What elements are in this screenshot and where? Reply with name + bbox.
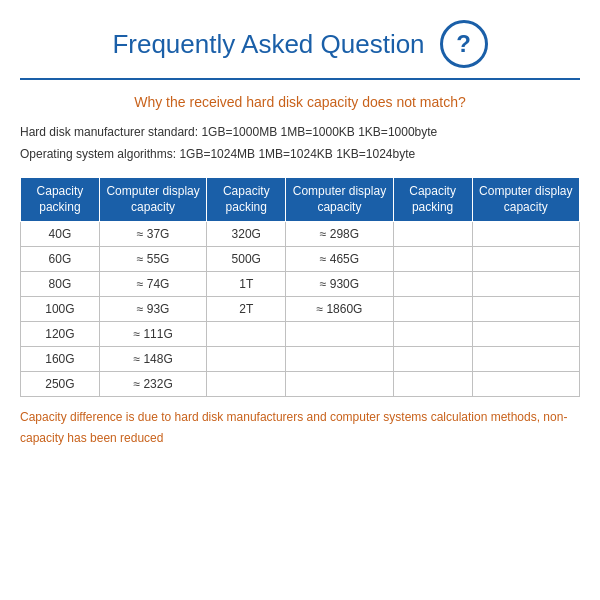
cell-r2-c2: 1T [207, 272, 286, 297]
cell-r2-c3: ≈ 930G [286, 272, 393, 297]
cell-r3-c1: ≈ 93G [99, 297, 206, 322]
table-row: 80G≈ 74G1T≈ 930G [21, 272, 580, 297]
cell-r1-c4 [393, 247, 472, 272]
cell-r1-c1: ≈ 55G [99, 247, 206, 272]
cell-r1-c3: ≈ 465G [286, 247, 393, 272]
cell-r3-c0: 100G [21, 297, 100, 322]
table-row: 100G≈ 93G2T≈ 1860G [21, 297, 580, 322]
cell-r6-c5 [472, 372, 579, 397]
table-header-row: Capacity packing Computer display capaci… [21, 178, 580, 222]
col-header-1: Capacity packing [21, 178, 100, 222]
cell-r4-c2 [207, 322, 286, 347]
cell-r4-c4 [393, 322, 472, 347]
cell-r0-c1: ≈ 37G [99, 222, 206, 247]
cell-r4-c0: 120G [21, 322, 100, 347]
cell-r5-c2 [207, 347, 286, 372]
col-header-4: Computer display capacity [286, 178, 393, 222]
col-header-5: Capacity packing [393, 178, 472, 222]
cell-r2-c5 [472, 272, 579, 297]
cell-r5-c5 [472, 347, 579, 372]
header-divider [20, 78, 580, 80]
cell-r2-c0: 80G [21, 272, 100, 297]
table-row: 160G≈ 148G [21, 347, 580, 372]
cell-r0-c3: ≈ 298G [286, 222, 393, 247]
cell-r4-c3 [286, 322, 393, 347]
cell-r3-c3: ≈ 1860G [286, 297, 393, 322]
page-header: Frequently Asked Question ? [20, 20, 580, 68]
cell-r6-c2 [207, 372, 286, 397]
footer-note: Capacity difference is due to hard disk … [20, 407, 580, 448]
cell-r6-c3 [286, 372, 393, 397]
cell-r1-c5 [472, 247, 579, 272]
cell-r5-c0: 160G [21, 347, 100, 372]
question-icon: ? [440, 20, 488, 68]
col-header-3: Capacity packing [207, 178, 286, 222]
os-info: Operating system algorithms: 1GB=1024MB … [20, 144, 580, 166]
table-row: 120G≈ 111G [21, 322, 580, 347]
cell-r3-c2: 2T [207, 297, 286, 322]
cell-r6-c4 [393, 372, 472, 397]
col-header-2: Computer display capacity [99, 178, 206, 222]
manufacturer-info: Hard disk manufacturer standard: 1GB=100… [20, 122, 580, 144]
cell-r2-c1: ≈ 74G [99, 272, 206, 297]
cell-r5-c3 [286, 347, 393, 372]
cell-r0-c5 [472, 222, 579, 247]
cell-r5-c1: ≈ 148G [99, 347, 206, 372]
cell-r0-c0: 40G [21, 222, 100, 247]
cell-r3-c5 [472, 297, 579, 322]
capacity-table: Capacity packing Computer display capaci… [20, 177, 580, 397]
col-header-6: Computer display capacity [472, 178, 579, 222]
subtitle: Why the received hard disk capacity does… [20, 94, 580, 110]
cell-r6-c0: 250G [21, 372, 100, 397]
table-row: 250G≈ 232G [21, 372, 580, 397]
cell-r0-c4 [393, 222, 472, 247]
cell-r1-c0: 60G [21, 247, 100, 272]
cell-r2-c4 [393, 272, 472, 297]
cell-r1-c2: 500G [207, 247, 286, 272]
cell-r0-c2: 320G [207, 222, 286, 247]
cell-r4-c5 [472, 322, 579, 347]
info-block: Hard disk manufacturer standard: 1GB=100… [20, 122, 580, 165]
table-row: 60G≈ 55G500G≈ 465G [21, 247, 580, 272]
cell-r4-c1: ≈ 111G [99, 322, 206, 347]
cell-r3-c4 [393, 297, 472, 322]
table-row: 40G≈ 37G320G≈ 298G [21, 222, 580, 247]
cell-r6-c1: ≈ 232G [99, 372, 206, 397]
page-title: Frequently Asked Question [112, 29, 424, 60]
cell-r5-c4 [393, 347, 472, 372]
